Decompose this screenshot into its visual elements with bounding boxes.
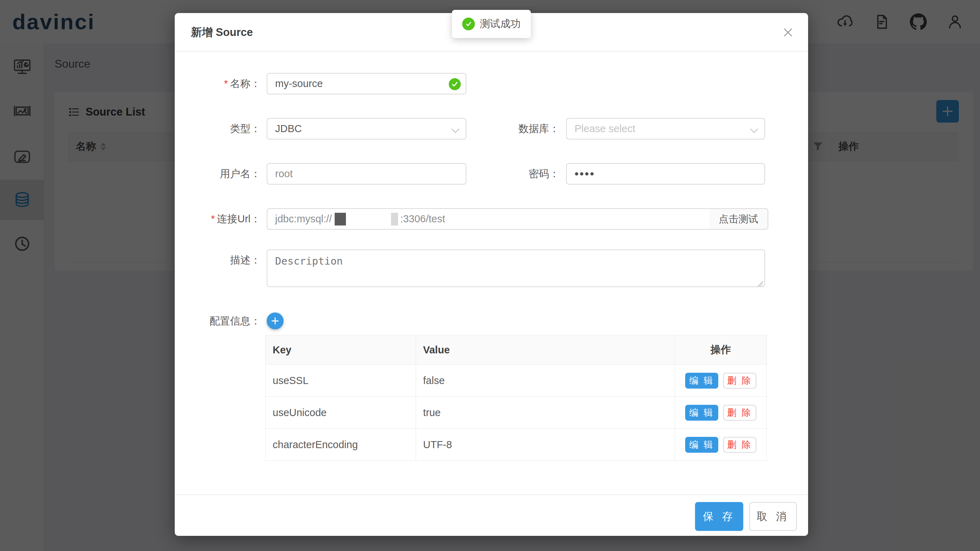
valid-check-icon	[449, 78, 461, 90]
config-col-key: Key	[266, 335, 416, 364]
add-source-modal: 新增 Source *名称： my-source 类型： JDBC 数据库： P…	[175, 13, 808, 536]
app-root: davinci	[0, 0, 980, 551]
url-label: *连接Url：	[175, 208, 261, 230]
table-row: useSSL false 编 辑 删 除	[266, 365, 767, 397]
success-check-icon	[462, 18, 475, 30]
description-textarea[interactable]	[267, 249, 765, 287]
chevron-down-icon	[452, 125, 460, 133]
edit-button[interactable]: 编 辑	[685, 405, 718, 420]
plus-icon	[270, 316, 280, 325]
config-col-ops: 操作	[675, 335, 767, 364]
config-table-header: Key Value 操作	[266, 335, 767, 365]
config-table: Key Value 操作 useSSL false 编 辑 删 除 useUni…	[265, 335, 767, 461]
database-select[interactable]: Please select	[566, 118, 765, 140]
password-input[interactable]: ••••	[566, 163, 765, 185]
delete-button[interactable]: 删 除	[723, 405, 756, 420]
chevron-down-icon	[750, 125, 759, 133]
save-button[interactable]: 保 存	[695, 502, 743, 531]
type-select[interactable]: JDBC	[267, 118, 466, 140]
close-icon[interactable]	[778, 23, 797, 42]
redacted-host-block-2	[391, 213, 398, 226]
username-input[interactable]: root	[267, 163, 466, 185]
description-label: 描述：	[175, 249, 261, 271]
delete-button[interactable]: 删 除	[723, 373, 756, 389]
url-input[interactable]: jdbc:mysql:// :3306/test	[267, 208, 710, 230]
type-label: 类型：	[175, 118, 261, 140]
toast-message: 测试成功	[480, 17, 521, 31]
add-config-button[interactable]	[267, 312, 283, 330]
name-label: *名称：	[175, 73, 261, 94]
required-mark: *	[211, 213, 215, 225]
database-label: 数据库：	[473, 118, 559, 140]
config-label: 配置信息：	[175, 312, 261, 330]
modal-title: 新增 Source	[191, 13, 253, 52]
redacted-host-block	[335, 213, 346, 226]
success-toast: 测试成功	[452, 10, 531, 38]
required-mark: *	[224, 78, 228, 89]
table-row: characterEncoding UTF-8 编 辑 删 除	[266, 429, 767, 461]
modal-footer: 保 存 取 消	[175, 494, 808, 536]
table-row: useUnicode true 编 辑 删 除	[266, 397, 767, 429]
username-label: 用户名：	[175, 163, 261, 185]
delete-button[interactable]: 删 除	[723, 437, 756, 453]
test-connection-button[interactable]: 点击测试	[710, 208, 768, 230]
edit-button[interactable]: 编 辑	[685, 437, 718, 453]
config-col-value: Value	[416, 335, 675, 364]
cancel-button[interactable]: 取 消	[749, 502, 797, 531]
name-input[interactable]: my-source	[267, 73, 466, 94]
password-label: 密码：	[473, 163, 559, 185]
edit-button[interactable]: 编 辑	[685, 373, 718, 389]
